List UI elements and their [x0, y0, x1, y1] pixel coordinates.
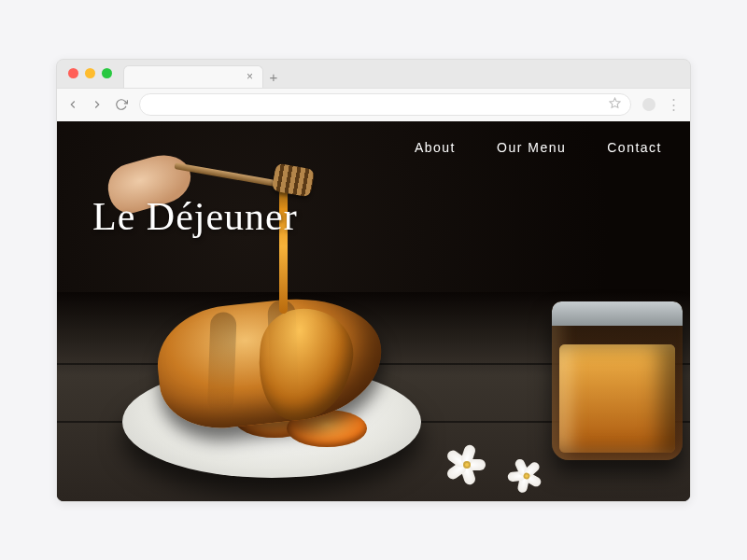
window-controls — [68, 68, 112, 78]
bookmark-icon[interactable] — [609, 96, 621, 113]
browser-tabbar: × + — [123, 60, 679, 88]
maximize-window-button[interactable] — [102, 68, 112, 78]
reload-button[interactable] — [115, 98, 128, 111]
browser-toolbar: ⋮ — [57, 88, 690, 121]
hero-flower — [445, 445, 488, 484]
browser-menu-button[interactable]: ⋮ — [667, 96, 681, 113]
address-bar[interactable] — [139, 93, 631, 116]
hero-honey-dipper-head — [272, 162, 316, 197]
browser-window: × + ⋮ — [56, 59, 691, 502]
site-nav: About Our Menu Contact — [415, 140, 662, 155]
browser-titlebar: × + — [57, 60, 690, 88]
close-window-button[interactable] — [68, 68, 78, 78]
new-tab-button[interactable]: + — [263, 69, 284, 88]
hero-image — [57, 121, 690, 501]
nav-link-contact[interactable]: Contact — [607, 140, 662, 155]
minimize-window-button[interactable] — [85, 68, 95, 78]
svg-marker-0 — [610, 98, 620, 107]
nav-link-about[interactable]: About — [415, 140, 456, 155]
close-tab-icon[interactable]: × — [247, 70, 253, 83]
profile-avatar[interactable] — [642, 98, 655, 111]
nav-link-menu[interactable]: Our Menu — [497, 140, 566, 155]
site-logo-text: Le Déjeuner — [92, 194, 298, 239]
forward-button[interactable] — [91, 98, 104, 111]
browser-tab[interactable]: × — [123, 65, 263, 88]
hero-honey-jar — [552, 301, 683, 460]
page-viewport: About Our Menu Contact Le Déjeuner — [57, 121, 690, 501]
back-button[interactable] — [66, 98, 79, 111]
